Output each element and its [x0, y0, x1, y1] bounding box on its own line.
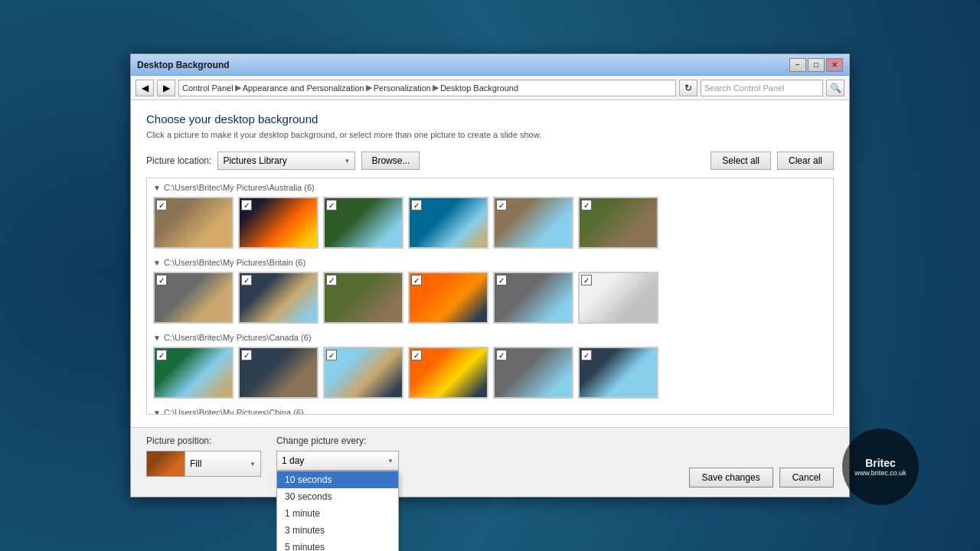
- section-collapse-icon[interactable]: ▼: [153, 334, 161, 342]
- menu-item-30sec[interactable]: 30 seconds: [277, 488, 398, 505]
- page-subtitle: Click a picture to make it your desktop …: [146, 130, 834, 139]
- section-collapse-icon[interactable]: ▼: [153, 184, 161, 192]
- menu-item-3min[interactable]: 3 minutes: [277, 522, 398, 539]
- gallery-section-china: ▼ C:\Users\Britec\My Pictures\China (6): [147, 403, 833, 415]
- picture-position-dropdown[interactable]: Fill ▼: [185, 451, 261, 477]
- search-box[interactable]: Search Control Panel: [701, 80, 823, 96]
- list-item[interactable]: ✓: [578, 197, 658, 249]
- gallery-section-britain: ▼ C:\Users\Britec\My Pictures\Britain (6…: [147, 253, 833, 328]
- search-placeholder: Search Control Panel: [704, 83, 785, 93]
- gallery-section-canada: ▼ C:\Users\Britec\My Pictures\Canada (6)…: [147, 328, 833, 403]
- title-bar-buttons: − □ ✕: [789, 58, 843, 72]
- britain-grid: ✓ ✓ ✓ ✓ ✓: [153, 272, 827, 324]
- breadcrumb-item: Appearance and Personalization: [243, 83, 364, 93]
- item-checkbox[interactable]: ✓: [411, 275, 422, 285]
- action-buttons: Save changes Cancel: [689, 468, 834, 489]
- breadcrumb-item: Control Panel: [182, 83, 234, 93]
- page-title: Choose your desktop background: [146, 112, 834, 126]
- section-title-canada: C:\Users\Britec\My Pictures\Canada (6): [164, 333, 312, 342]
- back-button[interactable]: ◀: [136, 80, 154, 96]
- close-button[interactable]: ✕: [826, 58, 843, 72]
- item-checkbox[interactable]: ✓: [411, 200, 422, 210]
- item-checkbox[interactable]: ✓: [496, 275, 507, 285]
- change-dropdown-arrow-icon: ▼: [387, 458, 394, 465]
- change-picture-dropdown[interactable]: 1 day ▼: [276, 451, 399, 471]
- change-picture-menu: 10 seconds 30 seconds 1 minute 3 minutes…: [276, 471, 399, 551]
- item-checkbox[interactable]: ✓: [496, 200, 507, 210]
- menu-item-10sec[interactable]: 10 seconds: [277, 471, 398, 488]
- picture-location-dropdown[interactable]: Pictures Library ▼: [217, 152, 355, 170]
- picture-location-value: Pictures Library: [223, 155, 286, 166]
- list-item[interactable]: ✓: [238, 197, 318, 249]
- picture-location-label: Picture location:: [146, 155, 211, 166]
- item-checkbox[interactable]: ✓: [581, 350, 592, 360]
- change-picture-dropdown-container: 1 day ▼ 10 seconds 30 seconds 1 minute 3…: [276, 451, 399, 471]
- item-checkbox[interactable]: ✓: [326, 275, 337, 285]
- change-picture-section: Change picture every: 1 day ▼ 10 seconds…: [276, 435, 399, 489]
- list-item[interactable]: ✓: [493, 272, 573, 324]
- section-collapse-icon[interactable]: ▼: [153, 259, 161, 267]
- list-item[interactable]: ✓: [408, 272, 488, 324]
- section-header-china: ▼ C:\Users\Britec\My Pictures\China (6): [153, 408, 827, 415]
- title-bar-text: Desktop Background: [137, 60, 789, 70]
- item-checkbox[interactable]: ✓: [156, 275, 167, 285]
- browse-button[interactable]: Browse...: [361, 152, 420, 170]
- position-value: Fill: [190, 458, 201, 469]
- clear-all-button[interactable]: Clear all: [777, 152, 834, 170]
- list-item[interactable]: ✓: [238, 272, 318, 324]
- list-item[interactable]: ✓: [153, 347, 234, 399]
- address-bar: Control Panel ▶ Appearance and Personali…: [178, 80, 676, 96]
- bottom-bar: Picture position: Fill ▼ Change picture …: [131, 427, 849, 497]
- list-item[interactable]: ✓: [493, 347, 573, 399]
- section-header-britain: ▼ C:\Users\Britec\My Pictures\Britain (6…: [153, 258, 827, 267]
- canada-grid: ✓ ✓ ✓ ✓ ✓: [153, 347, 827, 399]
- item-checkbox[interactable]: ✓: [241, 350, 252, 360]
- menu-item-1min[interactable]: 1 minute: [277, 505, 398, 522]
- select-all-button[interactable]: Select all: [710, 152, 771, 170]
- list-item[interactable]: ✓: [153, 272, 234, 324]
- change-picture-value: 1 day: [282, 455, 304, 466]
- dropdown-arrow-icon: ▼: [344, 158, 350, 165]
- cancel-button[interactable]: Cancel: [779, 468, 834, 487]
- list-item[interactable]: ✓: [408, 347, 488, 399]
- section-title-britain: C:\Users\Britec\My Pictures\Britain (6): [164, 258, 305, 267]
- list-item[interactable]: ✓: [493, 197, 573, 249]
- list-item[interactable]: ✓: [323, 197, 403, 249]
- picture-location-row: Picture location: Pictures Library ▼ Bro…: [146, 152, 834, 170]
- position-preview-image: [146, 451, 185, 477]
- item-checkbox[interactable]: ✓: [581, 200, 592, 210]
- maximize-button[interactable]: □: [808, 58, 825, 72]
- item-checkbox[interactable]: ✓: [241, 200, 252, 210]
- list-item[interactable]: ✓: [323, 347, 403, 399]
- list-item[interactable]: ✓: [408, 197, 488, 249]
- item-checkbox[interactable]: ✓: [326, 350, 337, 360]
- save-changes-button[interactable]: Save changes: [689, 468, 773, 487]
- position-dropdown-arrow-icon: ▼: [250, 461, 256, 468]
- list-item[interactable]: ✓: [153, 197, 234, 249]
- minimize-button[interactable]: −: [789, 58, 806, 72]
- item-checkbox[interactable]: ✓: [156, 350, 167, 360]
- list-item[interactable]: ✓: [578, 347, 658, 399]
- breadcrumb-item: Desktop Background: [440, 83, 518, 93]
- section-title-australia: C:\Users\Britec\My Pictures\Australia (6…: [164, 183, 315, 192]
- item-checkbox[interactable]: ✓: [496, 350, 507, 360]
- item-checkbox[interactable]: ✓: [156, 200, 167, 210]
- section-header-canada: ▼ C:\Users\Britec\My Pictures\Canada (6): [153, 333, 827, 342]
- item-checkbox[interactable]: ✓: [241, 275, 252, 285]
- refresh-button[interactable]: ↻: [679, 80, 697, 96]
- watermark-line2: www.britec.co.uk: [854, 469, 906, 477]
- position-preview-row: Fill ▼: [146, 451, 261, 477]
- search-button[interactable]: 🔍: [826, 80, 844, 96]
- item-checkbox[interactable]: ✓: [326, 200, 337, 210]
- menu-item-5min[interactable]: 5 minutes: [277, 539, 398, 551]
- section-title-china: C:\Users\Britec\My Pictures\China (6): [164, 408, 304, 415]
- list-item[interactable]: ✓: [238, 347, 318, 399]
- list-item[interactable]: ✓: [578, 272, 658, 324]
- item-checkbox[interactable]: ✓: [411, 350, 422, 360]
- list-item[interactable]: ✓: [323, 272, 403, 324]
- gallery-section-australia: ▼ C:\Users\Britec\My Pictures\Australia …: [147, 178, 833, 253]
- item-checkbox[interactable]: ✓: [581, 275, 592, 285]
- forward-button[interactable]: ▶: [157, 80, 175, 96]
- section-collapse-icon[interactable]: ▼: [153, 409, 161, 416]
- gallery-container: ▼ C:\Users\Britec\My Pictures\Australia …: [146, 178, 834, 415]
